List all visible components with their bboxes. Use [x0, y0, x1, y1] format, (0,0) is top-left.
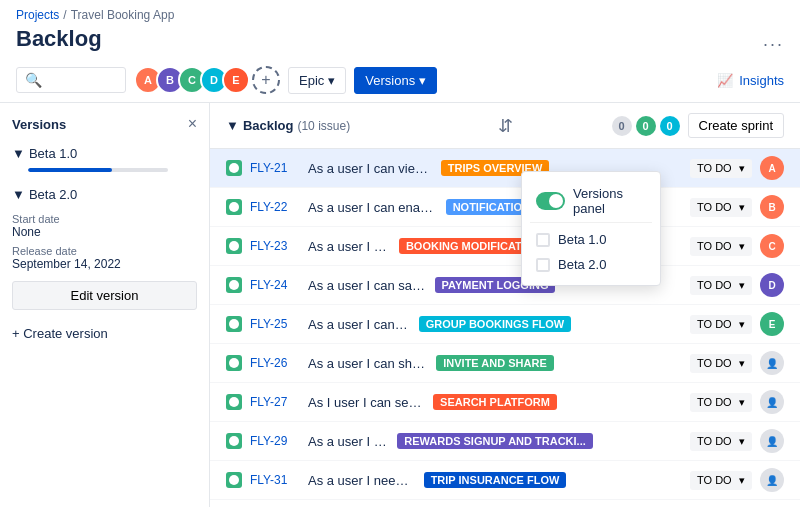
create-sprint-button[interactable]: Create sprint — [688, 113, 784, 138]
page-title-row: Backlog ··· — [16, 26, 784, 62]
backlog-title[interactable]: Backlog — [243, 118, 294, 133]
table-row: FLY-25 As a user I can book group trips … — [210, 305, 800, 344]
issue-tag: INVITE AND SHARE — [436, 355, 554, 371]
avatar: 👤 — [760, 468, 784, 492]
table-row: FLY-26 As a user I can share my trip via… — [210, 344, 800, 383]
avatar: C — [760, 234, 784, 258]
avatar: 👤 — [760, 429, 784, 453]
versions-label: Versions — [365, 73, 415, 88]
issue-summary: As a user I can enable notifications for… — [308, 200, 438, 215]
issue-type-icon — [226, 472, 242, 488]
status-button[interactable]: TO DO ▾ — [690, 432, 752, 451]
topbar: Projects / Travel Booking App Backlog ··… — [0, 0, 800, 62]
issue-tag: REWARDS SIGNUP AND TRACKI... — [397, 433, 593, 449]
epic-label: Epic — [299, 73, 324, 88]
status-button[interactable]: TO DO ▾ — [690, 159, 752, 178]
more-options-button[interactable]: ··· — [763, 34, 784, 55]
version-beta-1-name: Beta 1.0 — [29, 146, 77, 161]
issue-key[interactable]: FLY-21 — [250, 161, 300, 175]
main-panel: Versions panel Beta 1.0 Beta 2.0 ▼ Backl… — [210, 103, 800, 507]
breadcrumb-sep: / — [63, 8, 66, 22]
versions-chevron-icon: ▾ — [419, 73, 426, 88]
issue-summary: As a user I can share my trip via Instag… — [308, 356, 428, 371]
issue-key[interactable]: FLY-31 — [250, 473, 300, 487]
sidebar-close-button[interactable]: × — [188, 115, 197, 133]
version-beta-2-name: Beta 2.0 — [29, 187, 77, 202]
version-beta-2-meta: Start date None Release date September 1… — [12, 213, 197, 271]
versions-dropdown-item-2-label: Beta 2.0 — [558, 257, 606, 272]
insights-button[interactable]: 📈 Insights — [717, 73, 784, 88]
status-button[interactable]: TO DO ▾ — [690, 354, 752, 373]
breadcrumb-projects[interactable]: Projects — [16, 8, 59, 22]
backlog-count: (10 issue — [297, 119, 346, 133]
versions-dropdown-item-1[interactable]: Beta 1.0 — [530, 227, 652, 252]
status-button[interactable]: TO DO ▾ — [690, 237, 752, 256]
backlog-expand-icon[interactable]: ▼ — [226, 118, 239, 133]
status-button[interactable]: TO DO ▾ — [690, 471, 752, 490]
issue-key[interactable]: FLY-22 — [250, 200, 300, 214]
search-box: 🔍 — [16, 67, 126, 93]
versions-panel-toggle[interactable] — [536, 192, 565, 210]
search-icon: 🔍 — [25, 72, 42, 88]
version-beta-1-label[interactable]: ▼ Beta 1.0 — [12, 143, 197, 164]
table-row: FLY-33 As a user I can request a refund … — [210, 500, 800, 507]
versions-dropdown-item-2[interactable]: Beta 2.0 — [530, 252, 652, 277]
issue-summary: As I user I can search for my trips — [308, 395, 425, 410]
status-button[interactable]: TO DO ▾ — [690, 315, 752, 334]
versions-dropdown-item-1-label: Beta 1.0 — [558, 232, 606, 247]
insights-label: Insights — [739, 73, 784, 88]
issue-type-icon — [226, 160, 242, 176]
content-area: Versions × ▼ Beta 1.0 ▼ Beta — [0, 103, 800, 507]
issue-summary: As a user I can modify my booking — [308, 239, 391, 254]
sidebar-title: Versions — [12, 117, 66, 132]
avatar: A — [760, 156, 784, 180]
search-input[interactable] — [48, 73, 118, 88]
create-version-button[interactable]: + Create version — [12, 322, 197, 345]
start-date-value: None — [12, 225, 197, 239]
table-row: FLY-29 As a user I can accumulate reward… — [210, 422, 800, 461]
issue-summary: As a user I can save my payment details — [308, 278, 427, 293]
checkbox-beta-2[interactable] — [536, 258, 550, 272]
avatar: D — [760, 273, 784, 297]
status-button[interactable]: TO DO ▾ — [690, 198, 752, 217]
issue-type-icon — [226, 316, 242, 332]
status-button[interactable]: TO DO ▾ — [690, 393, 752, 412]
issue-key[interactable]: FLY-27 — [250, 395, 300, 409]
backlog-header: ▼ Backlog (10 issue ) ⇵ 0 0 0 Create spr… — [210, 103, 800, 149]
issue-key[interactable]: FLY-29 — [250, 434, 300, 448]
backlog-count-close: ) — [346, 119, 350, 133]
add-avatar-button[interactable]: + — [252, 66, 280, 94]
versions-dropdown: Versions panel Beta 1.0 Beta 2.0 — [521, 171, 661, 286]
table-row: FLY-23 As a user I can modify my booking… — [210, 227, 800, 266]
issue-type-icon — [226, 199, 242, 215]
version-beta-1-arrow: ▼ — [12, 146, 25, 161]
release-date-value: September 14, 2022 — [12, 257, 197, 271]
issue-tag: GROUP BOOKINGS FLOW — [419, 316, 572, 332]
issue-type-icon — [226, 238, 242, 254]
sidebar-header: Versions × — [12, 115, 197, 133]
avatar: 👤 — [760, 390, 784, 414]
badge-grey: 0 — [612, 116, 632, 136]
avatar-5[interactable]: E — [222, 66, 250, 94]
app-container: Projects / Travel Booking App Backlog ··… — [0, 0, 800, 507]
edit-version-button[interactable]: Edit version — [12, 281, 197, 310]
backlog-badges: 0 0 0 — [612, 116, 680, 136]
issue-tag: SEARCH PLATFORM — [433, 394, 557, 410]
issue-key[interactable]: FLY-24 — [250, 278, 300, 292]
epic-chevron-icon: ▾ — [328, 73, 335, 88]
epic-filter-button[interactable]: Epic ▾ — [288, 67, 346, 94]
issue-key[interactable]: FLY-25 — [250, 317, 300, 331]
issue-summary: As a user I can book group trips — [308, 317, 411, 332]
checkbox-beta-1[interactable] — [536, 233, 550, 247]
version-beta-2-label[interactable]: ▼ Beta 2.0 — [12, 184, 197, 205]
issue-key[interactable]: FLY-26 — [250, 356, 300, 370]
table-row: FLY-27 As I user I can search for my tri… — [210, 383, 800, 422]
toolbar: 🔍 A B C D E + Epic ▾ Versions ▾ 📈 Insigh… — [0, 62, 800, 103]
status-button[interactable]: TO DO ▾ — [690, 276, 752, 295]
avatar-group: A B C D E + — [134, 66, 280, 94]
issue-key[interactable]: FLY-23 — [250, 239, 300, 253]
table-row: FLY-22 As a user I can enable notificati… — [210, 188, 800, 227]
issue-type-icon — [226, 433, 242, 449]
versions-filter-button[interactable]: Versions ▾ — [354, 67, 437, 94]
drag-handle-icon: ⇵ — [498, 115, 513, 137]
